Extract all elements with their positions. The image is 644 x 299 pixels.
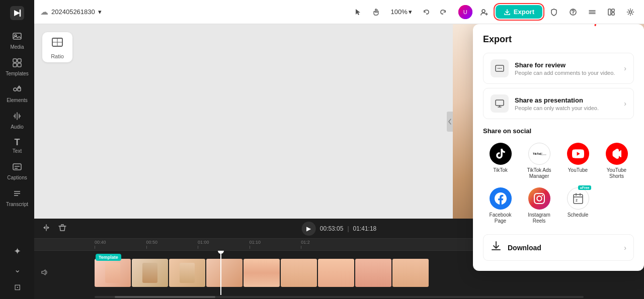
zoom-button[interactable]: 100% ▾	[387, 6, 416, 18]
share-as-presentation-text: Share as presentation People can only wa…	[515, 96, 624, 111]
track-thumbnail	[318, 259, 354, 287]
svg-rect-5	[13, 63, 17, 67]
sidebar-item-text[interactable]: T Text	[3, 135, 31, 157]
svg-rect-9	[13, 164, 21, 170]
chevron-right-icon: ›	[624, 64, 626, 72]
menu-button[interactable]	[585, 5, 600, 20]
facebook-label: Facebook Page	[485, 212, 516, 224]
zoom-level-label: 100%	[391, 8, 408, 16]
sidebar-item-transcript[interactable]: Transcript	[3, 185, 31, 210]
svg-point-37	[498, 68, 499, 69]
track-thumbnail	[95, 259, 131, 287]
help-button[interactable]	[566, 5, 581, 20]
settings-button[interactable]	[623, 5, 638, 20]
volume-icon[interactable]	[40, 268, 48, 278]
sidebar-item-elements[interactable]: Elements	[3, 81, 31, 106]
svg-rect-25	[612, 9, 614, 12]
instagram-icon	[528, 187, 550, 210]
tiktok-ads-label: TikTok Ads Manager	[524, 167, 554, 179]
add-user-button[interactable]	[476, 5, 492, 20]
ratio-button[interactable]: Ratio	[42, 32, 72, 62]
download-option[interactable]: Download ›	[483, 234, 634, 261]
youtube-option[interactable]: YouTube	[560, 141, 595, 181]
elements-icon	[12, 84, 22, 96]
split-button[interactable]	[40, 222, 52, 235]
track-thumbnail	[169, 259, 205, 287]
share-as-presentation-option[interactable]: Share as presentation People can only wa…	[483, 88, 634, 119]
sidebar-item-captions-label: Captions	[7, 175, 27, 180]
facebook-icon	[490, 187, 512, 210]
playback-controls: ▶ 00:53:05 | 01:41:18	[302, 222, 377, 236]
redo-button[interactable]	[435, 5, 450, 20]
svg-rect-26	[612, 13, 614, 15]
svg-rect-24	[608, 9, 611, 15]
templates-icon	[12, 58, 22, 69]
play-button[interactable]: ▶	[302, 222, 316, 236]
tiktok-label: TikTok	[493, 167, 508, 173]
youtube-label: YouTube	[568, 167, 588, 173]
shield-icon-button[interactable]	[546, 5, 561, 20]
main-content: ☁ 202405261830 ▾ 100% ▾	[34, 0, 644, 299]
template-tag: Template	[96, 254, 121, 261]
sidebar-item-subtitles[interactable]: ⊡	[3, 279, 31, 295]
timeline-controls	[40, 222, 68, 235]
star-icon: ✦	[14, 246, 21, 257]
text-icon: T	[15, 138, 20, 147]
sidebar-item-media-label: Media	[10, 44, 24, 50]
pointer-tool-button[interactable]	[351, 5, 366, 20]
sidebar-item-elements-label: Elements	[7, 97, 28, 103]
hand-tool-button[interactable]	[369, 5, 384, 20]
total-time: 01:41:18	[353, 225, 377, 232]
youtube-shorts-option[interactable]: YouTube Shorts	[599, 141, 634, 181]
svg-point-15	[482, 10, 485, 13]
undo-button[interactable]	[419, 5, 434, 20]
track-thumbnails	[95, 258, 429, 288]
sidebar-item-audio[interactable]: Audio	[3, 108, 31, 133]
sidebar-item-star[interactable]: ✦	[3, 243, 31, 260]
track-thumbnail	[132, 259, 168, 287]
svg-text:Business: Business	[540, 154, 546, 156]
avatar[interactable]: U	[458, 5, 472, 19]
share-for-review-option[interactable]: Share for review People can add comments…	[483, 53, 634, 84]
chevron-down-icon: ▾	[98, 8, 102, 16]
chevron-down-icon: ⌄	[14, 265, 21, 274]
app-logo	[8, 4, 26, 22]
timeline-scrollbar[interactable]	[34, 295, 644, 299]
sidebar-item-captions[interactable]: Captions	[3, 159, 31, 183]
sidebar-item-media[interactable]: Media	[3, 28, 31, 53]
cloud-icon: ☁	[40, 7, 48, 17]
instagram-option[interactable]: Instagram Reels	[522, 185, 556, 226]
layout-button[interactable]	[604, 5, 619, 20]
facebook-option[interactable]: Facebook Page	[483, 185, 518, 226]
tiktok-ads-option[interactable]: TikTokForBusiness TikTok Ads Manager	[522, 141, 556, 181]
panel-collapse-tab[interactable]	[447, 112, 453, 132]
svg-point-39	[501, 68, 502, 69]
project-name-label: 202405261830	[51, 8, 95, 16]
track-controls	[34, 251, 95, 295]
zoom-chevron-icon: ▾	[409, 8, 412, 16]
youtube-icon	[567, 143, 589, 165]
track-thumbnail	[281, 259, 317, 287]
svg-text:2: 2	[576, 198, 578, 202]
transcript-icon	[12, 188, 22, 200]
track-thumbnail	[244, 259, 280, 287]
sidebar-item-expand[interactable]: ⌄	[3, 262, 31, 277]
topbar: ☁ 202405261830 ▾ 100% ▾	[34, 0, 644, 24]
delete-button[interactable]	[56, 222, 68, 235]
export-button[interactable]: Export	[496, 5, 542, 19]
sidebar-item-text-label: Text	[13, 148, 22, 154]
tiktok-option[interactable]: TikTok	[483, 141, 518, 181]
current-time: 00:53:05	[320, 225, 344, 232]
export-popup: Export Share for review People can add c…	[473, 24, 644, 271]
export-button-label: Export	[514, 8, 534, 16]
svg-point-38	[499, 68, 500, 69]
svg-point-27	[629, 11, 632, 13]
schedule-option[interactable]: 2 ●Free Schedule	[560, 185, 595, 226]
svg-point-20	[573, 14, 574, 15]
playhead[interactable]	[220, 251, 221, 295]
download-icon	[491, 241, 502, 254]
sidebar-item-transcript-label: Transcript	[6, 202, 28, 207]
sidebar-item-templates[interactable]: Templates	[3, 55, 31, 79]
track-thumbnail	[355, 259, 391, 287]
project-name[interactable]: ☁ 202405261830 ▾	[40, 7, 102, 17]
